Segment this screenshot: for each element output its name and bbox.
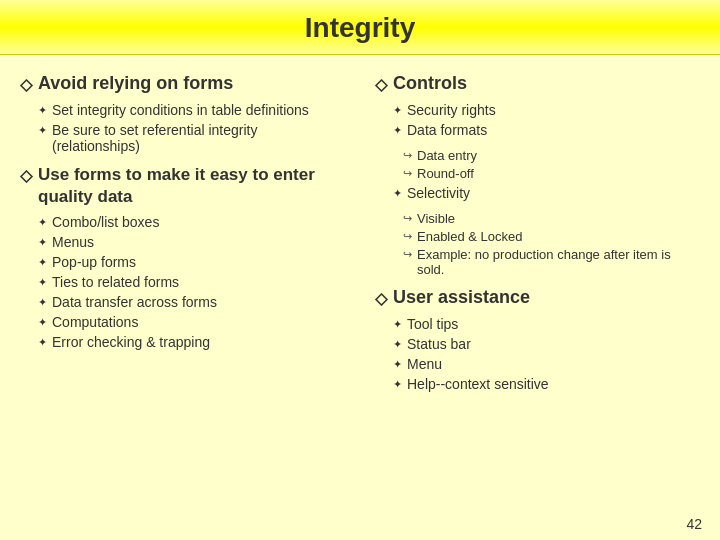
list-item: Data formats: [393, 122, 700, 138]
list-item: Menus: [38, 234, 345, 250]
diamond-icon-4: ◇: [375, 289, 387, 308]
list-item: Status bar: [393, 336, 700, 352]
sub-list-item: Data entry: [403, 148, 700, 163]
right-section2-list: Tool tips Status bar Menu Help--context …: [393, 316, 700, 392]
diamond-icon-1: ◇: [20, 75, 32, 94]
list-item: Selectivity: [393, 185, 700, 201]
list-item: Computations: [38, 314, 345, 330]
page-number: 42: [686, 516, 702, 532]
list-item: Pop-up forms: [38, 254, 345, 270]
left-section2-title: ◇ Use forms to make it easy to enter qua…: [20, 164, 345, 208]
sub-list-item: Enabled & Locked: [403, 229, 700, 244]
left-section1-title: ◇ Avoid relying on forms: [20, 73, 345, 94]
right-column: ◇ Controls Security rights Data formats …: [365, 73, 700, 530]
left-section1-list: Set integrity conditions in table defini…: [38, 102, 345, 154]
slide-title: Integrity: [20, 12, 700, 44]
diamond-icon-3: ◇: [375, 75, 387, 94]
slide: Integrity ◇ Avoid relying on forms Set i…: [0, 0, 720, 540]
title-bar: Integrity: [0, 0, 720, 55]
content-area: ◇ Avoid relying on forms Set integrity c…: [0, 55, 720, 540]
right-section2-title: ◇ User assistance: [375, 287, 700, 308]
right-section1-title: ◇ Controls: [375, 73, 700, 94]
list-item: Menu: [393, 356, 700, 372]
list-item: Security rights: [393, 102, 700, 118]
list-item: Help--context sensitive: [393, 376, 700, 392]
list-item: Error checking & trapping: [38, 334, 345, 350]
selectivity-sublist: Visible Enabled & Locked Example: no pro…: [403, 211, 700, 277]
list-item: Be sure to set referential integrity (re…: [38, 122, 345, 154]
list-item: Data transfer across forms: [38, 294, 345, 310]
list-item: Ties to related forms: [38, 274, 345, 290]
right-section1-list: Security rights Data formats: [393, 102, 700, 138]
list-item: Set integrity conditions in table defini…: [38, 102, 345, 118]
selectivity-list: Selectivity: [393, 185, 700, 201]
data-formats-sublist: Data entry Round-off: [403, 148, 700, 181]
list-item: Combo/list boxes: [38, 214, 345, 230]
sub-list-item: Example: no production change after item…: [403, 247, 700, 277]
diamond-icon-2: ◇: [20, 166, 32, 187]
list-item: Tool tips: [393, 316, 700, 332]
sub-list-item: Visible: [403, 211, 700, 226]
sub-list-item: Round-off: [403, 166, 700, 181]
left-section2-list: Combo/list boxes Menus Pop-up forms Ties…: [38, 214, 345, 350]
left-column: ◇ Avoid relying on forms Set integrity c…: [20, 73, 355, 530]
